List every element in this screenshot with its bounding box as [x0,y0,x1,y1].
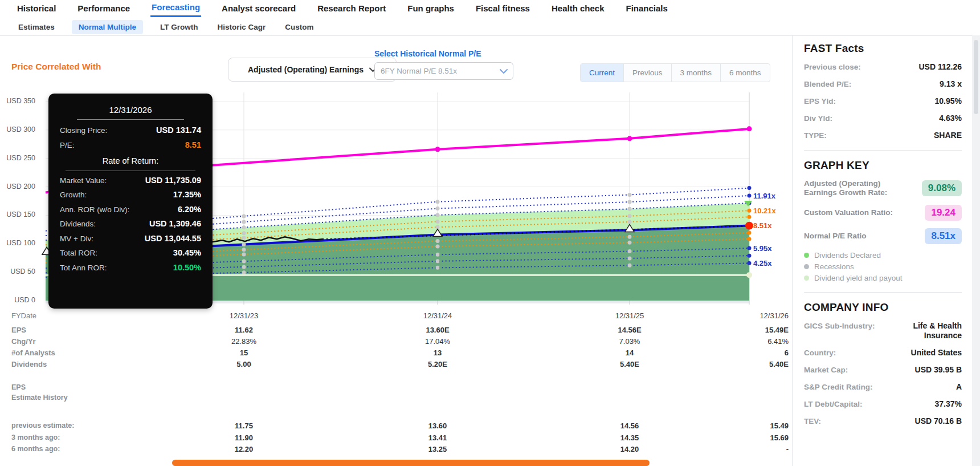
graph-key-row: Adjusted (Operating) Earnings Growth Rat… [804,179,962,197]
fact-value: USD 112.26 [919,62,962,72]
legend-dot-icon [804,275,809,281]
tooltip-row: Closing Price:USD 131.74 [60,125,201,135]
tooltip-row-value: USD 1,309.46 [149,219,201,228]
table-row: 6 months ago:12.2013.2514.20- [0,445,792,455]
fact-label: TYPE: [804,131,827,140]
legend-dot-icon [804,264,809,269]
period-button-6-months[interactable]: 6 months [720,64,770,82]
fact-value: 10.95% [935,96,962,106]
legend-dot-icon [804,253,809,258]
metric-dropdown-value: Adjusted (Operating) Earnings [248,65,364,74]
vertical-scrollbar-thumb[interactable] [974,40,978,114]
tooltip-row-label: Ann. ROR (w/o Div): [60,205,129,214]
normal-pe-dropdown-value: 6FY Normal P/E 8.51x [381,67,457,75]
table-cell: 13.60 [428,422,447,430]
subtab-custom[interactable]: Custom [283,20,316,34]
row-label-fydate: FYDate [11,311,36,320]
sidebar-divider [804,292,962,293]
info-label: Market Cap: [804,365,848,375]
tooltip-row-value: USD 131.74 [156,125,201,135]
period-button-current[interactable]: Current [581,64,623,82]
table-cell: 14.56E [618,326,641,334]
company-info-row: LT Debt/Capital:37.37% [804,399,962,409]
table-cell: 14.20 [620,445,639,453]
legend-item: Recessions [804,262,962,271]
period-button-3-months[interactable]: 3 months [671,64,721,82]
fast-facts-row: TYPE:SHARE [804,131,962,140]
legend-label: Dividends Declared [814,251,881,260]
tooltip-row-label: Total ROR: [60,249,97,257]
horizontal-scrollbar-thumb[interactable] [172,460,650,466]
info-value: USD 39.95 B [915,365,962,375]
graph-key-title: GRAPH KEY [804,159,962,172]
tab-financials[interactable]: Financials [625,1,669,17]
table-cell: 22.83% [231,337,256,346]
normal-pe-dropdown[interactable]: 6FY Normal P/E 8.51x [374,62,513,80]
legend-item: Dividends Declared [804,251,962,260]
subtab-normal-multiple[interactable]: Normal Multiple [72,20,143,34]
fast-facts-row: Previous close:USD 112.26 [804,62,962,72]
vertical-scrollbar-track[interactable] [972,35,980,466]
history-row-label: previous estimate: [11,422,74,429]
table-cell: 15 [240,349,248,357]
ratio-label-8.51x: 8.51x [753,221,772,230]
tab-fiscal-fitness[interactable]: Fiscal fitness [475,1,531,17]
period-segmented-control: CurrentPrevious3 months6 months [580,63,770,82]
table-row: FYDate12/31/2312/31/2412/31/2512/31/26 [0,311,792,322]
select-historical-pe-label: Select Historical Normal P/E [374,49,481,58]
table-row: previous estimate:11.7513.6014.5615.49 [0,422,792,432]
graph-key-badge: 8.51x [925,228,962,244]
fast-facts-row: Blended P/E:9.13 x [804,79,962,89]
history-row-label: 3 months ago: [11,433,60,441]
tooltip-row: Total ROR:30.45% [60,248,201,257]
tooltip-row-value: 10.50% [173,263,201,272]
table-cell: 17.04% [425,337,450,346]
tooltip-row: Ann. ROR (w/o Div):6.20% [60,205,201,214]
tooltip-row-value: 30.45% [173,248,201,257]
tab-health-check[interactable]: Health check [550,1,606,17]
company-info-row: Country:United States [804,348,962,358]
fact-label: Blended P/E: [804,79,851,89]
ratio-label-4.25x: 4.25x [753,259,772,268]
y-axis-tick: USD 350 [0,97,35,105]
metric-dropdown[interactable]: Adjusted (Operating) Earnings [228,58,397,82]
subtab-lt-growth[interactable]: LT Growth [158,20,201,34]
period-button-previous[interactable]: Previous [623,64,671,82]
company-info-row: Market Cap:USD 39.95 B [804,365,962,375]
tooltip-row: Tot Ann ROR:10.50% [60,263,201,272]
table-row: Chg/Yr22.83%17.04%7.03%6.41% [0,337,792,347]
tab-forecasting[interactable]: Forecasting [150,0,201,17]
table-cell: 14.35 [620,433,639,442]
table-cell: 13.60E [426,326,449,334]
table-row: Dividends5.005.20E5.40E5.40E [0,360,792,370]
tab-performance[interactable]: Performance [76,1,131,17]
info-label: TEV: [804,416,821,426]
table-cell: 12.20 [235,445,254,453]
y-axis-tick: USD 0 [0,296,35,304]
tab-fun-graphs[interactable]: Fun graphs [406,1,455,17]
info-label: Country: [804,348,836,358]
fact-label: Previous close: [804,62,861,72]
subtab-estimates[interactable]: Estimates [16,20,57,34]
tab-research-report[interactable]: Research Report [316,1,387,17]
sub-nav: EstimatesNormal MultipleLT GrowthHistori… [16,19,316,35]
graph-key-label: Normal P/E Ratio [804,232,867,241]
tab-historical[interactable]: Historical [16,1,57,17]
table-cell: 5.40E [769,360,789,368]
info-label: GICS Sub-Industry: [804,321,875,331]
tooltip-row: P/E:8.51 [60,140,201,149]
company-info-row: TEV:USD 70.16 B [804,416,962,426]
eps-estimate-history-line2: Estimate History [11,392,68,403]
table-cell: 13.25 [428,445,447,453]
y-axis-tick: USD 200 [0,183,35,191]
y-axis-tick: USD 50 [0,268,35,275]
info-value: A [956,382,962,392]
subtab-historic-cagr[interactable]: Historic Cagr [215,20,268,34]
eps-estimate-history-label: EPSEstimate History [11,382,68,403]
tooltip-row-label: MV + Div: [60,234,93,243]
tooltip-row-value: USD 11,735.09 [145,176,201,185]
y-axis-tick: USD 150 [0,210,35,218]
tab-analyst-scorecard[interactable]: Analyst scorecard [220,1,297,17]
info-value: 37.37% [935,399,962,409]
tooltip-row-value: 17.35% [173,190,201,199]
